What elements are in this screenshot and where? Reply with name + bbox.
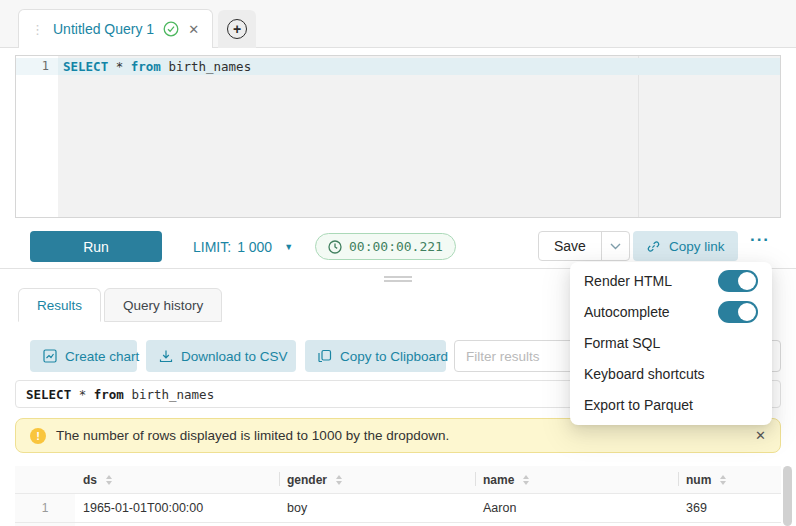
render-html-toggle[interactable]: [718, 270, 758, 292]
menu-item-export-parquet[interactable]: Export to Parquet: [570, 389, 772, 420]
query-timer-badge: 00:00:00.221: [315, 233, 456, 260]
query-success-check-icon: [163, 21, 179, 37]
sort-icon[interactable]: [106, 475, 112, 485]
sql-identifier: birth_names: [131, 387, 214, 402]
results-tab-bar: Results Query history: [18, 288, 222, 322]
create-chart-label: Create chart: [65, 349, 139, 364]
pane-resize-handle[interactable]: [384, 276, 412, 284]
plus-icon: +: [227, 19, 247, 39]
cell-ds: 1965-01-01T00:00:00: [75, 494, 279, 522]
sql-operator: *: [79, 387, 87, 402]
menu-item-label: Autocomplete: [584, 304, 670, 320]
add-tab-button[interactable]: +: [218, 10, 256, 48]
chart-icon: [43, 349, 57, 363]
editor-line-number: 1: [16, 58, 49, 75]
editor-code-line[interactable]: SELECT * from birth_names: [63, 58, 251, 75]
copy-clipboard-button[interactable]: Copy to Clipboard: [305, 340, 446, 372]
save-split-button: Save: [538, 231, 630, 261]
banner-close-icon[interactable]: ✕: [755, 428, 766, 443]
more-options-menu: Render HTML Autocomplete Format SQL Keyb…: [570, 262, 772, 425]
sql-keyword: SELECT: [63, 59, 108, 74]
save-dropdown-button[interactable]: [601, 232, 629, 260]
sql-keyword: from: [131, 59, 161, 74]
sql-keyword: from: [94, 387, 124, 402]
more-options-button[interactable]: ···: [750, 230, 770, 250]
menu-item-format-sql[interactable]: Format SQL: [570, 327, 772, 358]
copy-link-label: Copy link: [669, 239, 725, 254]
column-label: gender: [287, 473, 327, 487]
results-table: ds gender name num 1 1965-01-01T00:00:00…: [15, 466, 781, 526]
column-label: name: [483, 473, 514, 487]
download-icon: [159, 349, 173, 363]
autocomplete-toggle[interactable]: [718, 301, 758, 323]
tab-untitled-query[interactable]: ⋮ Untitled Query 1 ✕: [18, 9, 213, 48]
save-button[interactable]: Save: [539, 232, 601, 260]
menu-item-label: Keyboard shortcuts: [584, 366, 705, 382]
ellipsis-icon: ···: [750, 230, 770, 249]
create-chart-button[interactable]: Create chart: [30, 340, 137, 372]
editor-print-margin: [638, 56, 639, 217]
menu-item-autocomplete[interactable]: Autocomplete: [570, 296, 772, 327]
elapsed-time: 00:00:00.221: [349, 239, 443, 254]
sort-icon[interactable]: [336, 475, 342, 485]
menu-item-keyboard-shortcuts[interactable]: Keyboard shortcuts: [570, 358, 772, 389]
copy-link-button[interactable]: Copy link: [633, 231, 738, 261]
menu-item-render-html[interactable]: Render HTML: [570, 265, 772, 296]
cell-num: 369: [678, 494, 781, 522]
clock-icon: [328, 240, 342, 254]
table-header-row: ds gender name num: [15, 466, 781, 494]
drag-handle-icon[interactable]: ⋮: [31, 23, 44, 36]
query-tab-bar: ⋮ Untitled Query 1 ✕ +: [0, 0, 796, 48]
chevron-down-icon: [610, 243, 621, 250]
column-label: ds: [83, 473, 97, 487]
tab-results[interactable]: Results: [18, 288, 101, 322]
limit-dropdown[interactable]: LIMIT: 1 000 ▼: [193, 239, 293, 255]
menu-item-label: Render HTML: [584, 273, 672, 289]
editor-gutter: [16, 56, 58, 217]
download-csv-label: Download to CSV: [181, 349, 288, 364]
caret-down-icon: ▼: [284, 242, 293, 252]
cell-gender: boy: [279, 494, 475, 522]
run-button[interactable]: Run: [30, 231, 162, 262]
sort-icon[interactable]: [720, 475, 726, 485]
table-row[interactable]: 1 1965-01-01T00:00:00 boy Aaron 369: [15, 494, 781, 523]
column-header-ds[interactable]: ds: [75, 466, 279, 493]
tab-label: Untitled Query 1: [53, 21, 154, 37]
row-index: 1: [15, 494, 75, 522]
column-header-gender[interactable]: gender: [279, 466, 475, 493]
menu-item-label: Export to Parquet: [584, 397, 693, 413]
sql-keyword: SELECT: [26, 387, 71, 402]
column-header-num[interactable]: num: [678, 466, 781, 493]
warning-icon: !: [30, 428, 46, 444]
copy-clipboard-label: Copy to Clipboard: [340, 349, 448, 364]
banner-text: The number of rows displayed is limited …: [56, 428, 449, 443]
menu-item-label: Format SQL: [584, 335, 660, 351]
table-scrollbar[interactable]: [783, 466, 792, 526]
cell-name: Aaron: [475, 494, 678, 522]
tab-close-icon[interactable]: ✕: [188, 22, 199, 37]
column-label: num: [686, 473, 711, 487]
copy-icon: [318, 349, 332, 363]
row-index-header: [15, 466, 75, 493]
download-csv-button[interactable]: Download to CSV: [146, 340, 296, 372]
tab-query-history[interactable]: Query history: [104, 288, 222, 322]
link-icon: [646, 239, 661, 254]
sql-editor[interactable]: 1 SELECT * from birth_names: [15, 55, 781, 218]
sql-identifier: birth_names: [168, 59, 251, 74]
limit-label: LIMIT:: [193, 239, 231, 255]
sort-icon[interactable]: [523, 475, 529, 485]
limit-value: 1 000: [237, 239, 272, 255]
column-header-name[interactable]: name: [475, 466, 678, 493]
